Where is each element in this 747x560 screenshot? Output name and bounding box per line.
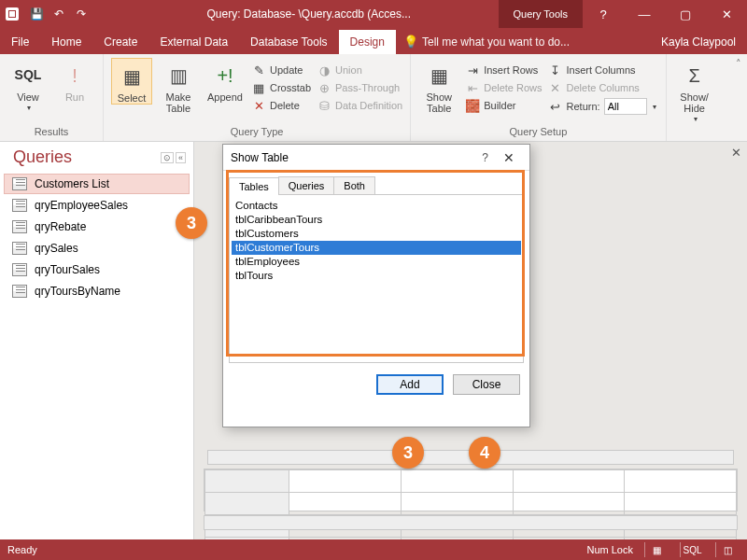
tab-design[interactable]: Design	[339, 30, 396, 54]
view-sql-icon[interactable]: SQL	[680, 542, 704, 557]
dialog-close-button[interactable]: Close	[453, 374, 520, 395]
nav-item[interactable]: qryEmployeeSales	[4, 195, 190, 216]
view-button[interactable]: SQL View	[7, 58, 49, 113]
crosstab-icon: ▦	[251, 80, 266, 95]
delete-cols-label: Delete Columns	[567, 82, 640, 93]
nav-item-label: qryRebate	[35, 220, 86, 233]
tell-me[interactable]: 💡 Tell me what you want to do...	[396, 29, 577, 54]
context-tab-label: Query Tools	[499, 0, 584, 28]
nav-header[interactable]: Queries ⊙ «	[0, 142, 193, 171]
nav-item[interactable]: qryTourSales	[4, 259, 190, 280]
run-icon: !	[61, 62, 89, 90]
dialog-tab-both[interactable]: Both	[333, 176, 375, 194]
tell-me-bulb-icon: 💡	[403, 35, 418, 49]
show-table-dialog: Show Table ? ✕ Tables Queries Both Conta…	[222, 144, 530, 427]
group-query-setup: ▦ Show Table ⇥Insert Rows ⇤Delete Rows 🧱…	[411, 54, 666, 141]
dialog-list-item[interactable]: tblEmployees	[232, 255, 521, 269]
lower-scrollbar[interactable]	[204, 515, 738, 530]
show-hide-button[interactable]: Σ Show/ Hide	[674, 58, 715, 124]
group-show-hide: Σ Show/ Hide	[667, 54, 723, 141]
qat-undo-icon[interactable]: ↶	[49, 4, 69, 24]
ribbon-collapse-icon[interactable]: ˄	[730, 54, 747, 141]
tutorial-callout-3-label: 4	[480, 443, 489, 463]
return-dropdown-icon[interactable]: ▾	[651, 103, 658, 111]
dialog-list-item[interactable]: tblCustomers	[232, 227, 521, 241]
tutorial-callout-3: 4	[469, 437, 500, 469]
nav-menu-icon[interactable]: ⊙	[161, 152, 174, 163]
run-button[interactable]: ! Run	[54, 58, 95, 103]
dialog-list-item[interactable]: tblCustomerTours	[232, 241, 521, 255]
tutorial-callout-2-label: 3	[403, 443, 413, 463]
view-label: View	[17, 91, 39, 103]
dialog-tab-tables[interactable]: Tables	[229, 177, 279, 195]
delete-button[interactable]: ✕Delete	[251, 97, 311, 114]
dialog-titlebar[interactable]: Show Table ? ✕	[223, 145, 529, 171]
tab-home[interactable]: Home	[40, 30, 92, 54]
tab-external-data[interactable]: External Data	[148, 30, 239, 54]
make-table-button[interactable]: ▥ Make Table	[158, 58, 199, 114]
user-name[interactable]: Kayla Claypool	[650, 30, 747, 54]
delete-rows-button[interactable]: ⇤Delete Rows	[465, 79, 542, 96]
dialog-close-icon[interactable]: ✕	[496, 150, 522, 165]
nav-item-label: qryToursByName	[35, 285, 120, 298]
insert-rows-button[interactable]: ⇥Insert Rows	[465, 62, 542, 78]
window-buttons: ? — ▢ ✕	[583, 0, 747, 28]
show-hide-label: Show/ Hide	[680, 91, 709, 114]
union-button[interactable]: ◑Union	[317, 62, 402, 78]
dialog-list-item[interactable]: tblTours	[232, 269, 521, 283]
maximize-button[interactable]: ▢	[665, 0, 706, 28]
return-icon: ↩	[548, 99, 563, 114]
dialog-list-item[interactable]: Contacts	[232, 199, 521, 213]
dialog-list-item[interactable]: tblCaribbeanTours	[232, 213, 521, 227]
nav-item[interactable]: Customers List	[4, 174, 190, 194]
help-button[interactable]: ?	[583, 0, 624, 28]
builder-button[interactable]: 🧱Builder	[465, 97, 542, 114]
dialog-add-button[interactable]: Add	[376, 374, 444, 395]
view-datasheet-icon[interactable]: ▦	[644, 542, 669, 557]
close-button[interactable]: ✕	[706, 0, 747, 28]
tab-create[interactable]: Create	[92, 30, 148, 54]
passthrough-button[interactable]: ⊕Pass-Through	[317, 79, 402, 96]
dialog-tabs: Tables Queries Both	[229, 176, 524, 195]
qat-save-icon[interactable]: 💾	[26, 4, 47, 24]
nav-item-label: qryEmployeeSales	[35, 199, 128, 212]
nav-item[interactable]: qryToursByName	[4, 281, 190, 301]
crosstab-label: Crosstab	[270, 82, 311, 93]
datadef-button[interactable]: ⛁Data Definition	[317, 97, 402, 114]
sigma-icon: Σ	[681, 62, 709, 90]
nav-collapse-icon[interactable]: «	[176, 152, 186, 163]
select-button[interactable]: ▦ Select	[111, 58, 152, 105]
insert-cols-label: Insert Columns	[567, 64, 636, 76]
query-design-grid[interactable]: ☐☐☐☐	[204, 469, 738, 511]
ribbon-tabs: File Home Create External Data Database …	[0, 28, 747, 54]
passthrough-label: Pass-Through	[335, 82, 400, 93]
dialog-help-icon[interactable]: ?	[474, 151, 496, 164]
doc-close-icon[interactable]: ✕	[731, 146, 741, 160]
insert-cols-icon: ↧	[548, 63, 563, 77]
nav-header-label: Queries	[13, 147, 72, 167]
return-input[interactable]	[604, 98, 647, 115]
minimize-button[interactable]: —	[624, 0, 665, 28]
group-results: SQL View ! Run Results	[0, 54, 104, 141]
nav-item[interactable]: qrySales	[4, 238, 190, 259]
delete-cols-button[interactable]: ✕Delete Columns	[548, 79, 658, 96]
insert-rows-icon: ⇥	[465, 63, 480, 77]
show-table-button[interactable]: ▦ Show Table	[418, 58, 459, 114]
update-button[interactable]: ✎Update	[251, 62, 311, 78]
query-icon	[12, 263, 27, 276]
dialog-tab-queries[interactable]: Queries	[278, 176, 335, 194]
insert-cols-button[interactable]: ↧Insert Columns	[548, 62, 658, 78]
tell-me-label: Tell me what you want to do...	[422, 35, 570, 49]
select-icon: ▦	[118, 63, 146, 91]
dialog-table-list[interactable]: ContactstblCaribbeanTourstblCustomerstbl…	[229, 195, 524, 363]
tab-database-tools[interactable]: Database Tools	[239, 30, 339, 54]
crosstab-button[interactable]: ▦Crosstab	[251, 79, 311, 96]
qat-redo-icon[interactable]: ↷	[71, 4, 92, 24]
view-design-icon[interactable]: ◫	[715, 542, 740, 557]
nav-list: Customers ListqryEmployeeSalesqryRebateq…	[0, 171, 193, 304]
group-query-type: ▦ Select ▥ Make Table +! Append ✎Update …	[104, 54, 411, 141]
tab-file[interactable]: File	[0, 30, 40, 54]
nav-item[interactable]: qryRebate	[4, 217, 190, 237]
append-label: Append	[207, 91, 243, 103]
append-button[interactable]: +! Append	[204, 58, 246, 103]
